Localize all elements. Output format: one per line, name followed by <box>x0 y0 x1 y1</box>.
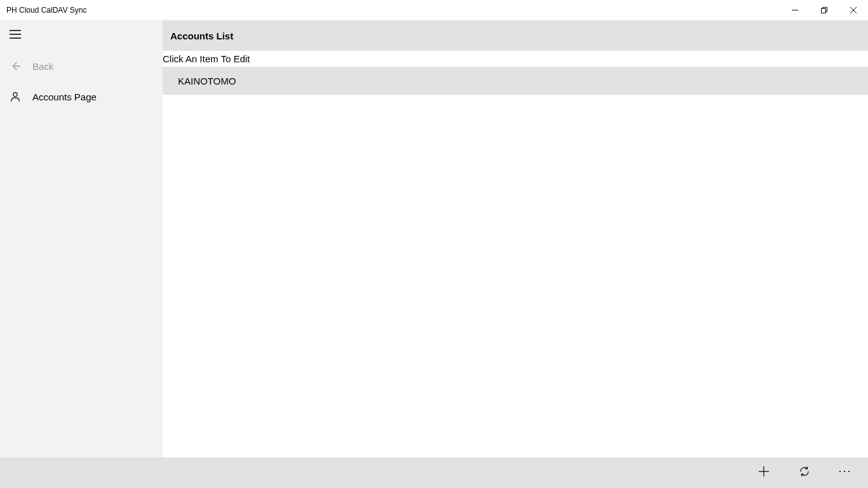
add-button[interactable] <box>743 458 784 488</box>
more-button[interactable]: ··· <box>825 458 865 488</box>
content-instruction: Click An Item To Edit <box>163 51 868 67</box>
bottom-command-bar: ··· <box>0 458 868 488</box>
nav-accounts-page[interactable]: Accounts Page <box>0 81 163 112</box>
minimize-icon <box>792 4 798 16</box>
person-icon <box>9 90 22 103</box>
account-list-item-label: KAINOTOMO <box>178 76 236 86</box>
more-icon: ··· <box>838 465 851 480</box>
nav-back-label: Back <box>32 61 53 72</box>
svg-rect-1 <box>822 9 826 13</box>
window-title: PH Cloud CalDAV Sync <box>6 6 87 15</box>
account-list-item[interactable]: KAINOTOMO <box>163 67 868 95</box>
content-header-title: Accounts List <box>170 30 233 41</box>
refresh-icon <box>799 466 810 480</box>
nav-accounts-label: Accounts Page <box>32 92 97 102</box>
close-button[interactable] <box>839 0 868 20</box>
content-header: Accounts List <box>163 20 868 51</box>
hamburger-button[interactable] <box>0 20 31 51</box>
sidebar: Back Accounts Page <box>0 20 163 458</box>
refresh-button[interactable] <box>784 458 825 488</box>
close-icon <box>850 4 857 16</box>
titlebar: PH Cloud CalDAV Sync <box>0 0 868 20</box>
plus-icon <box>758 466 770 480</box>
minimize-button[interactable] <box>780 0 810 20</box>
maximize-icon <box>821 4 827 16</box>
window-controls <box>780 0 868 20</box>
hamburger-icon <box>10 30 21 41</box>
maximize-button[interactable] <box>810 0 839 20</box>
svg-point-7 <box>13 93 17 97</box>
back-arrow-icon <box>9 60 22 72</box>
content-pane: Accounts List Click An Item To Edit KAIN… <box>163 20 868 458</box>
nav-back: Back <box>0 51 163 81</box>
main-area: Back Accounts Page Accounts List Click A… <box>0 20 868 458</box>
